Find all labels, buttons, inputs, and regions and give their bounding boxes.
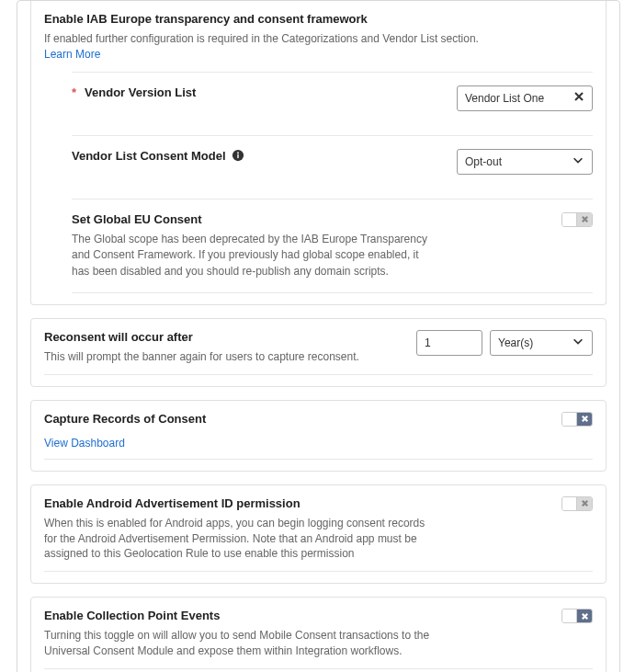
reconsent-value-input[interactable]: [416, 330, 482, 356]
view-dashboard-link[interactable]: View Dashboard: [44, 437, 125, 450]
iab-desc: If enabled further configuration is requ…: [44, 31, 593, 47]
capture-toggle[interactable]: [561, 412, 593, 427]
vendor-version-select[interactable]: Vendor List One: [457, 85, 593, 111]
capture-title: Capture Records of Consent: [44, 412, 550, 426]
info-icon[interactable]: [232, 149, 244, 162]
chevron-down-icon: [572, 154, 584, 169]
x-icon: [577, 497, 592, 510]
toggle-knob: [562, 609, 577, 622]
toggle-knob: [562, 413, 577, 426]
vendor-version-label: * Vendor Version List: [72, 85, 196, 99]
consent-model-select[interactable]: Opt-out: [457, 149, 593, 175]
consent-model-label: Vendor List Consent Model: [72, 149, 244, 163]
collection-title: Enable Collection Point Events: [44, 609, 550, 622]
android-desc: When this is enabled for Android apps, y…: [44, 516, 439, 562]
reconsent-unit-select[interactable]: Year(s): [490, 330, 593, 356]
x-icon: [577, 413, 592, 426]
iab-learn-more-link[interactable]: Learn More: [44, 48, 100, 61]
reconsent-title: Reconsent will occur after: [44, 330, 405, 344]
reconsent-desc: This will prompt the banner again for us…: [44, 349, 405, 365]
svg-rect-2: [237, 154, 238, 158]
x-icon: [577, 609, 592, 622]
global-consent-label: Set Global EU Consent: [72, 212, 202, 226]
android-toggle[interactable]: [561, 496, 593, 511]
x-icon: [577, 213, 592, 226]
chevron-down-icon: [572, 335, 584, 350]
iab-title: Enable IAB Europe transparency and conse…: [44, 12, 593, 26]
global-consent-toggle[interactable]: [561, 212, 593, 227]
collection-toggle[interactable]: [561, 609, 593, 623]
toggle-knob: [562, 213, 577, 226]
svg-point-1: [237, 153, 239, 154]
clear-icon[interactable]: [573, 91, 584, 105]
android-title: Enable Android Advertisement ID permissi…: [44, 496, 550, 510]
global-consent-desc: The Global scope has been deprecated by …: [72, 232, 439, 279]
toggle-knob: [562, 497, 577, 510]
collection-desc: Turning this toggle on will allow you to…: [44, 628, 439, 659]
required-asterisk: *: [72, 85, 76, 99]
